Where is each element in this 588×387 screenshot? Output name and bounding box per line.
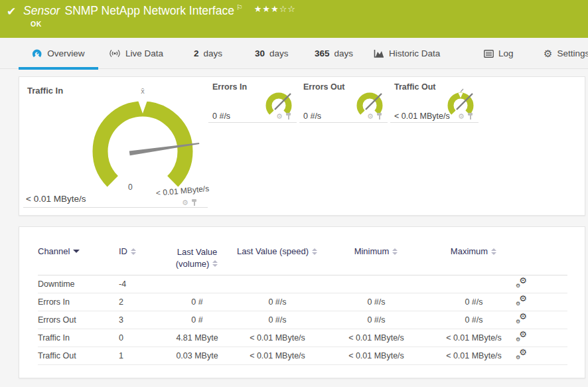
tab-overview[interactable]: Overview bbox=[19, 38, 98, 69]
column-header-id[interactable]: ID bbox=[119, 245, 160, 275]
cell-speed: 0 #/s bbox=[234, 293, 321, 311]
cell-id: -4 bbox=[119, 275, 160, 293]
channel-table-panel: Channel ID Last Value (volume) Last Valu… bbox=[19, 226, 585, 378]
pin-icon[interactable] bbox=[467, 113, 473, 120]
cell-speed: 0 #/s bbox=[234, 311, 321, 329]
table-header-row: Channel ID Last Value (volume) Last Valu… bbox=[38, 245, 567, 275]
cell-channel[interactable]: Traffic In bbox=[38, 329, 119, 347]
tab-365-days[interactable]: 365 days bbox=[315, 38, 353, 69]
table-row[interactable]: Traffic In 0 4.81 MByte < 0.01 MByte/s <… bbox=[38, 329, 567, 347]
gauge-block-traffic-in: Traffic In x̄ 0 < 0.01 MByte/s < 0.01 MB… bbox=[19, 77, 212, 210]
column-header-last-value-speed[interactable]: Last Value (speed) bbox=[234, 245, 321, 275]
cell-min: 0 #/s bbox=[321, 311, 432, 329]
tab-2-days[interactable]: 2 days bbox=[194, 38, 222, 69]
tab-bar: Overview Live Data 2 days 30 days 365 da… bbox=[0, 38, 588, 69]
sensor-header: ✔ SensorSNMP NetApp Network Interface⚐ ★… bbox=[0, 0, 588, 38]
channel-settings-gear-icon[interactable]: ⚙ bbox=[276, 113, 283, 120]
channel-settings-gears-icon[interactable]: ⚙⚙ bbox=[516, 332, 527, 342]
cell-max: 0 #/s bbox=[432, 293, 516, 311]
divider bbox=[23, 207, 208, 208]
sort-icon bbox=[212, 260, 218, 267]
sensor-title-line: SensorSNMP NetApp Network Interface⚐ ★★★… bbox=[23, 3, 296, 18]
tab-label: Historic Data bbox=[389, 48, 440, 58]
cell-speed: < 0.01 MByte/s bbox=[234, 329, 321, 347]
tab-historic-data[interactable]: Historic Data bbox=[374, 38, 440, 69]
cell-channel[interactable]: Errors Out bbox=[38, 311, 119, 329]
gauge-title: Traffic Out bbox=[394, 82, 436, 92]
traffic-in-gauge: x̄ bbox=[76, 82, 209, 196]
channel-settings-gear-icon[interactable]: ⚙ bbox=[367, 113, 374, 120]
tab-live-data[interactable]: Live Data bbox=[109, 38, 163, 69]
gauge-current-value: < 0.01 MByte/s bbox=[26, 194, 86, 204]
tab-label: Log bbox=[498, 48, 514, 58]
priority-flag-icon[interactable]: ⚐ bbox=[236, 3, 243, 11]
cell-id: 1 bbox=[119, 347, 160, 365]
channel-settings-gears-icon[interactable]: ⚙⚙ bbox=[516, 296, 527, 306]
cell-channel[interactable]: Downtime bbox=[38, 275, 119, 293]
cell-speed bbox=[234, 275, 321, 293]
tab-label: days bbox=[334, 48, 354, 58]
sort-icon bbox=[392, 248, 398, 255]
channel-settings-gears-icon[interactable]: ⚙⚙ bbox=[516, 278, 527, 288]
column-header-channel[interactable]: Channel bbox=[38, 245, 119, 275]
cell-min: 0 #/s bbox=[321, 293, 432, 311]
page-title: SNMP NetApp Network Interface bbox=[64, 4, 234, 17]
gauge-block-traffic-out: Traffic Out < 0.01 MByte/s ⚙ bbox=[390, 82, 478, 122]
cell-volume: 0 # bbox=[160, 293, 234, 311]
gauge-block-errors-out: Errors Out 0 #/s ⚙ bbox=[299, 82, 388, 122]
cell-max: < 0.01 MByte/s bbox=[432, 329, 516, 347]
cell-volume: 0.03 MByte bbox=[160, 347, 234, 365]
tab-30-days[interactable]: 30 days bbox=[255, 38, 289, 69]
cell-channel[interactable]: Errors In bbox=[38, 293, 119, 311]
channel-settings-gear-icon[interactable]: ⚙ bbox=[458, 113, 465, 120]
column-header-last-value-volume[interactable]: Last Value (volume) bbox=[160, 245, 234, 275]
column-header-maximum[interactable]: Maximum bbox=[432, 245, 516, 275]
cell-id: 2 bbox=[119, 293, 160, 311]
gauge-current-value: 0 #/s bbox=[212, 112, 230, 121]
log-list-icon bbox=[484, 50, 494, 58]
cell-id: 0 bbox=[119, 329, 160, 347]
tab-settings[interactable]: ⚙ Settings bbox=[544, 38, 588, 69]
cell-max: 0 #/s bbox=[432, 311, 516, 329]
channel-table: Channel ID Last Value (volume) Last Valu… bbox=[38, 245, 567, 365]
gauges-panel: Traffic In x̄ 0 < 0.01 MByte/s < 0.01 MB… bbox=[19, 76, 585, 216]
channel-settings-gears-icon[interactable]: ⚙⚙ bbox=[516, 350, 527, 360]
tab-label: days bbox=[204, 48, 223, 58]
tab-label: Settings bbox=[557, 48, 588, 58]
cell-channel[interactable]: Traffic Out bbox=[38, 347, 119, 365]
priority-stars[interactable]: ★★★☆☆ bbox=[254, 4, 296, 14]
pin-icon[interactable] bbox=[285, 113, 291, 120]
cell-min: < 0.01 MByte/s bbox=[321, 329, 432, 347]
status-ok-check-icon: ✔ bbox=[7, 5, 16, 19]
channel-settings-gears-icon[interactable]: ⚙⚙ bbox=[516, 314, 527, 324]
cell-speed: < 0.01 MByte/s bbox=[234, 347, 321, 365]
cell-volume: 4.81 MByte bbox=[160, 329, 234, 347]
tab-label: Overview bbox=[47, 48, 84, 58]
table-row[interactable]: Errors Out 3 0 # 0 #/s 0 #/s 0 #/s ⚙⚙ bbox=[38, 311, 567, 329]
table-row[interactable]: Downtime -4 ⚙⚙ bbox=[38, 275, 567, 293]
status-badge: OK bbox=[31, 20, 42, 28]
average-marker-label: x̄ bbox=[141, 87, 145, 95]
cell-min: < 0.01 MByte/s bbox=[321, 347, 432, 365]
tab-log[interactable]: Log bbox=[484, 38, 514, 69]
gauge-current-value: < 0.01 MByte/s bbox=[394, 112, 450, 121]
pin-icon[interactable] bbox=[191, 199, 197, 206]
gauge-title: Errors In bbox=[212, 82, 247, 92]
table-row[interactable]: Traffic Out 1 0.03 MByte < 0.01 MByte/s … bbox=[38, 347, 567, 365]
pin-icon[interactable] bbox=[376, 113, 382, 120]
table-row[interactable]: Errors In 2 0 # 0 #/s 0 #/s 0 #/s ⚙⚙ bbox=[38, 293, 567, 311]
cell-volume: 0 # bbox=[160, 311, 234, 329]
sort-desc-icon bbox=[73, 250, 79, 253]
channel-settings-gear-icon[interactable]: ⚙ bbox=[182, 199, 188, 206]
gear-icon: ⚙ bbox=[544, 48, 552, 58]
area-chart-icon bbox=[374, 49, 384, 58]
gauge-min-label: 0 bbox=[128, 183, 133, 192]
column-header-tools bbox=[516, 245, 567, 275]
gauge-current-value: 0 #/s bbox=[303, 112, 321, 121]
sort-icon bbox=[312, 248, 318, 255]
column-header-minimum[interactable]: Minimum bbox=[321, 245, 432, 275]
average-tick bbox=[461, 89, 463, 92]
cell-max bbox=[432, 275, 516, 293]
live-data-icon bbox=[109, 48, 121, 58]
gauge-title: Traffic In bbox=[27, 86, 63, 96]
